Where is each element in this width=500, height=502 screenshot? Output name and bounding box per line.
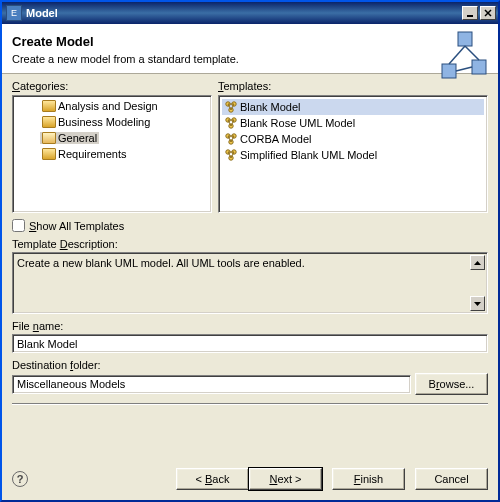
svg-marker-33: [474, 261, 481, 265]
cancel-button[interactable]: Cancel: [415, 468, 488, 490]
svg-line-6: [449, 46, 465, 64]
model-icon: [224, 116, 238, 130]
titlebar: E Model: [2, 2, 498, 24]
category-item[interactable]: Analysis and Design: [40, 100, 160, 112]
close-button[interactable]: [480, 6, 496, 20]
category-item[interactable]: Business Modeling: [40, 116, 152, 128]
file-name-input[interactable]: [12, 334, 488, 353]
category-item[interactable]: General: [40, 132, 99, 144]
header-graphic-icon: [428, 30, 488, 80]
categories-tree[interactable]: Analysis and DesignBusiness ModelingGene…: [12, 95, 212, 213]
template-item[interactable]: Blank Model: [222, 99, 484, 115]
next-button[interactable]: Next >: [249, 468, 322, 490]
svg-rect-0: [467, 15, 473, 17]
template-item[interactable]: CORBA Model: [222, 131, 484, 147]
svg-rect-4: [472, 60, 486, 74]
minimize-button[interactable]: [462, 6, 478, 20]
template-item[interactable]: Blank Rose UML Model: [222, 115, 484, 131]
show-all-checkbox[interactable]: [12, 219, 25, 232]
model-icon: [224, 132, 238, 146]
page-subtitle: Create a new model from a standard templ…: [12, 53, 239, 65]
help-icon[interactable]: ?: [12, 471, 28, 487]
folder-icon: [42, 132, 56, 144]
folder-icon: [42, 116, 56, 128]
description-text: Create a new blank UML model. All UML to…: [17, 257, 483, 269]
scroll-up-button[interactable]: [470, 255, 485, 270]
show-all-label[interactable]: Show All Templates: [29, 220, 124, 232]
model-icon: [224, 148, 238, 162]
description-label: Template Description:: [12, 238, 488, 250]
svg-rect-3: [458, 32, 472, 46]
window-title: Model: [26, 7, 460, 19]
svg-line-7: [465, 46, 479, 60]
app-icon: E: [6, 5, 22, 21]
back-button[interactable]: < Back: [176, 468, 249, 490]
templates-list[interactable]: Blank ModelBlank Rose UML ModelCORBA Mod…: [218, 95, 488, 213]
svg-rect-5: [442, 64, 456, 78]
separator: [12, 403, 488, 405]
destination-label: Destination folder:: [12, 359, 488, 371]
model-icon: [224, 100, 238, 114]
file-name-label: File name:: [12, 320, 488, 332]
templates-label: Templates:: [218, 80, 488, 92]
description-box: Create a new blank UML model. All UML to…: [12, 252, 488, 314]
category-item[interactable]: Requirements: [40, 148, 128, 160]
categories-label: Categories:: [12, 80, 212, 92]
folder-icon: [42, 148, 56, 160]
browse-button[interactable]: Browse...: [415, 373, 488, 395]
scroll-down-button[interactable]: [470, 296, 485, 311]
page-title: Create Model: [12, 34, 239, 49]
svg-marker-34: [474, 302, 481, 306]
wizard-header: Create Model Create a new model from a s…: [2, 24, 498, 74]
svg-line-8: [456, 67, 472, 71]
folder-icon: [42, 100, 56, 112]
template-item[interactable]: Simplified Blank UML Model: [222, 147, 484, 163]
destination-input[interactable]: [12, 375, 411, 394]
finish-button[interactable]: Finish: [332, 468, 405, 490]
